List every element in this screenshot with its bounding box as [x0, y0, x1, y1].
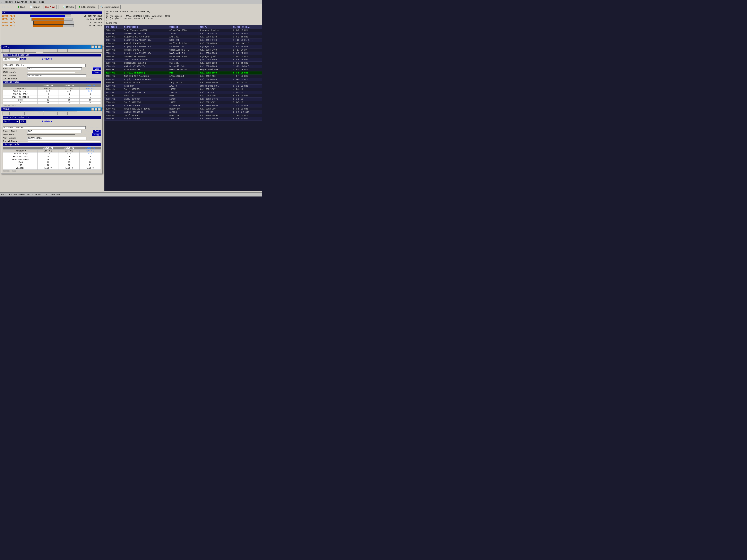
- dram-row-2: DRAM Manuf. Correction None: [3, 133, 101, 136]
- cpuz-window-1: CPU-Z _ □ ✕ CPU Mainboard Memory SPD Gra…: [1, 45, 102, 108]
- th-mb: Motherboard: [123, 25, 168, 29]
- freq-value-2: PC2-6400 (400 MHz): [3, 126, 85, 129]
- bios-updates-button[interactable]: ⬇ BIOS Updates: [77, 5, 97, 9]
- manuf-label-2: Module Manuf.: [3, 130, 27, 132]
- slot-row-1: Slot #1 Slot #2 Slot #3 Slot #4 DDR2 Mod…: [3, 57, 101, 61]
- part-label-1: Part Number: [3, 75, 27, 77]
- minimize-btn-1[interactable]: _: [91, 46, 94, 48]
- part-label-2: Part Number: [3, 137, 27, 139]
- bar-label-2: 4x Xeon X3430: [86, 18, 102, 21]
- table-row: 3466 MHzIntel D955XBKi955XDual DDR2-6674…: [104, 88, 262, 91]
- table-row: tRC 16 20 24: [3, 164, 101, 167]
- table-row: 2800 MHzIntel S5400SFi5400Quad DDR2-640F…: [104, 98, 262, 101]
- td-rp-label: RAS# Precharge: [3, 96, 38, 99]
- table-row: 1600 MHzVIA EPIA-M900VX900H Int.DDR3-106…: [104, 104, 262, 107]
- close-btn-2[interactable]: ✕: [98, 108, 101, 111]
- minimize-btn-2[interactable]: _: [91, 108, 94, 111]
- sandra-panel: CPU 18848 MB/s 8x Opteron 2378 17754 MB/…: [0, 10, 104, 47]
- tab-cpu-1[interactable]: CPU: [2, 49, 9, 52]
- window-titlebar-1: CPU-Z _ □ ✕: [1, 45, 102, 49]
- separator2: [58, 5, 59, 9]
- table-row: 2800 MHzAbit Fatal1ty F-I90HDRS600 Int.D…: [104, 107, 262, 111]
- tab-spd-1[interactable]: SPD: [36, 49, 44, 53]
- table-row: RAS# to CAS# 4 5 5: [3, 93, 101, 96]
- ranks-label-2: Ranks: [86, 130, 92, 132]
- table-row: RAS# to CAS# 4 5 5: [3, 155, 101, 158]
- nav-back-icon[interactable]: ◀: [1, 5, 3, 8]
- serial-label-2: Serial Number: [3, 140, 27, 142]
- th-jedec1-2: JEDEC #1: [38, 147, 59, 150]
- tab-graphics-2[interactable]: Graphics: [44, 111, 57, 115]
- maximize-btn-1[interactable]: □: [95, 46, 98, 48]
- bar-value-1: 18848 MB/s: [2, 15, 19, 17]
- td-trc-label: tRC: [3, 102, 38, 104]
- tab-about-2[interactable]: About: [67, 111, 77, 115]
- maximize-btn-2[interactable]: □: [95, 108, 98, 111]
- table-row: 3733 MHzIntel SE7230NH1LXiE7230Dual DDR2…: [104, 91, 262, 95]
- week-year-label-1: Week/Year: [90, 64, 101, 66]
- section-title-2: Memory Slot Selection: [3, 116, 101, 119]
- bar-label-3: 4x A8-3850: [90, 22, 102, 24]
- status-text: RDLL: 4.6 882 8-x64 CPU: 3339 MHz, TSC: …: [1, 193, 60, 196]
- slot-row-2: Slot #3 Slot #1 Slot #2 Slot #4 DDR2 Mod…: [3, 120, 101, 123]
- results-button[interactable]: 📊 Results: [61, 5, 76, 9]
- table-row: 2050 MHzASRock AM1B-ITXYangtze Int.DDR3-…: [104, 81, 262, 84]
- menu-item-favorites[interactable]: Favorites: [15, 1, 27, 3]
- slot-select-1[interactable]: Slot #1 Slot #2 Slot #3 Slot #4: [3, 57, 19, 61]
- menu-item-report[interactable]: Report: [5, 1, 13, 3]
- part-value-1: OCZ2P10002G: [27, 74, 86, 77]
- tab-memory-2[interactable]: Memory: [25, 111, 36, 115]
- tab-spd-2[interactable]: SPD: [36, 111, 44, 115]
- close-btn-1[interactable]: ✕: [98, 46, 101, 48]
- bar-value-2: 17754 MB/s: [2, 18, 19, 21]
- part-row-2: Part Number OCZ2P10002G Registered: [3, 137, 101, 140]
- table-row: 3000 MHzGigabyte GA-EP35C-DS3RP35Dual DD…: [104, 78, 262, 81]
- bar-3: [33, 21, 74, 24]
- results-icon: 📊: [63, 5, 66, 8]
- td-cas-2: 4.0: [58, 90, 80, 93]
- tab-about-1[interactable]: About: [67, 49, 77, 52]
- tab-bench-1[interactable]: Bench: [57, 49, 67, 52]
- menu-item-w[interactable]: w: [1, 1, 2, 3]
- ranks-btn-1[interactable]: Dual: [93, 67, 101, 71]
- slot-select-2[interactable]: Slot #3 Slot #1 Slot #2 Slot #4: [3, 120, 19, 123]
- cpuz-window-2: CPU-Z _ □ ✕ CPU Mainboard Memory SPD Gra…: [1, 107, 102, 174]
- menu-item-tools[interactable]: Tools: [30, 1, 37, 3]
- sandra-bars: 18848 MB/s 8x Opteron 2378 17754 MB/s 4x…: [2, 15, 102, 27]
- buynow-button[interactable]: Buy Now: [43, 5, 56, 9]
- ranks-btn-2[interactable]: Dual: [93, 130, 101, 133]
- info-line1: Intel Core 2 Duo E7300 (Wolfdale-3M): [106, 11, 260, 13]
- info-section: Intel Core 2 Duo E7300 (Wolfdale-3M) M0 …: [104, 10, 262, 25]
- driver-updates-button[interactable]: 🔍 Driver Updates: [99, 5, 121, 9]
- bios-icon: ⬇: [79, 5, 80, 8]
- tab-graphics-1[interactable]: Graphics: [44, 49, 57, 52]
- report-button[interactable]: 📄 Report: [28, 5, 42, 9]
- bar-fill-4: [33, 25, 63, 27]
- tab-memory-1[interactable]: Memory: [25, 49, 36, 52]
- tab-bench-2[interactable]: Bench: [57, 111, 67, 115]
- sandra-title: CPU: [2, 11, 102, 14]
- td-tras-2: 15: [58, 99, 80, 102]
- correction-btn-1[interactable]: None: [92, 71, 101, 74]
- right-panel: Intel Core 2 Duo E7300 (Wolfdale-3M) M0 …: [104, 10, 262, 192]
- tab-mainboard-1[interactable]: Mainboard: [10, 49, 25, 52]
- correction-btn-2[interactable]: None: [92, 133, 101, 136]
- slot-type-1: DDR2: [20, 58, 26, 60]
- tab-mainboard-2[interactable]: Mainboard: [10, 111, 25, 115]
- bar-value-3: 16602 MB/s: [2, 21, 19, 24]
- table-row: 1500 MHzASRock J3455B-ITXApolloLakeD Int…: [104, 42, 262, 45]
- manuf-row-2: Module Manuf. OCZ Ranks Dual: [3, 130, 101, 133]
- serial-value-2: [27, 141, 101, 142]
- menu-item-help[interactable]: Help: [39, 1, 45, 3]
- table-row: RAS# Precharge 4 5 5: [3, 158, 101, 161]
- home-icon[interactable]: ⌂: [10, 5, 12, 8]
- td-freq-3: 400 MHz: [80, 87, 101, 90]
- start-button[interactable]: ▶ Start: [16, 5, 27, 9]
- td-cas-3: 5.0: [80, 90, 101, 93]
- tab-cpu-2[interactable]: CPU: [2, 111, 9, 115]
- serial-row-1: Serial Number: [3, 78, 101, 80]
- th-jedec3-1: JEDEC #3: [80, 84, 101, 87]
- nav-forward-icon[interactable]: ▶: [4, 5, 6, 8]
- refresh-icon[interactable]: ↻: [7, 5, 9, 8]
- table-row: 3300 MHzGigabyte GA-890GPA-UD3...AMD890G…: [104, 45, 262, 49]
